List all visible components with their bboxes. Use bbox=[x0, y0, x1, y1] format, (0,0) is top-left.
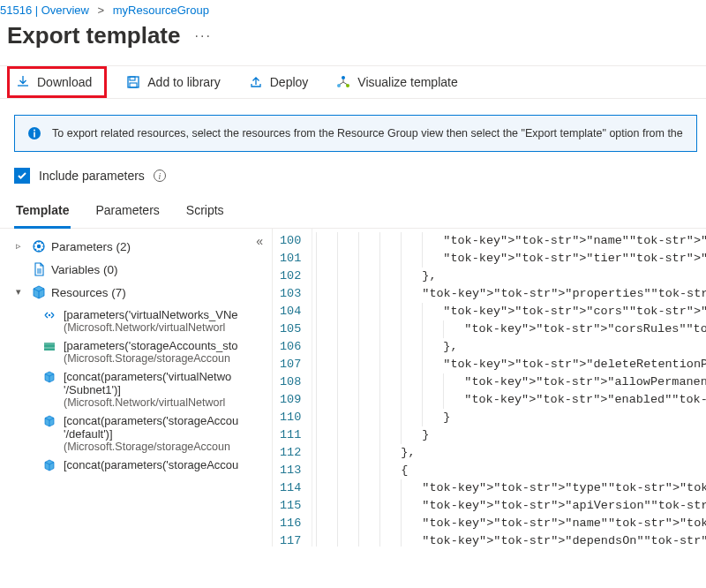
toolbar: Download Add to library Deploy Visualize… bbox=[0, 65, 706, 99]
tree-resource-item[interactable]: [parameters('storageAccounts_sto(Microso… bbox=[35, 336, 272, 367]
code-line[interactable]: "tok-key">"tok-str">"type""tok-str">"tok… bbox=[316, 479, 706, 497]
upload-icon bbox=[249, 75, 263, 89]
cube-icon bbox=[42, 370, 56, 384]
code-line[interactable]: }, bbox=[316, 338, 706, 356]
tree-node-label: Variables (0) bbox=[51, 262, 118, 278]
code-line[interactable]: "tok-key">"tok-str">"corsRules""tok-str"… bbox=[316, 320, 706, 338]
storage-icon bbox=[42, 339, 56, 353]
include-parameters-checkbox[interactable] bbox=[14, 168, 30, 184]
tab-list: Template Parameters Scripts bbox=[0, 192, 706, 229]
line-number: 114 bbox=[280, 479, 301, 497]
collapse-panel-button[interactable]: « bbox=[256, 234, 263, 248]
code-line[interactable]: "tok-key">"tok-str">"cors""tok-str">"tok… bbox=[316, 303, 706, 320]
svg-rect-2 bbox=[130, 83, 137, 87]
code-line[interactable]: "tok-key">"tok-str">"properties""tok-str… bbox=[316, 285, 706, 303]
parameters-icon bbox=[32, 239, 46, 253]
svg-rect-8 bbox=[34, 132, 35, 138]
tree-resource-item[interactable]: [concat(parameters('storageAccou'/defaul… bbox=[35, 411, 272, 456]
tree-node-variables[interactable]: Variables (0) bbox=[16, 259, 272, 282]
chevron-right-icon: > bbox=[98, 4, 105, 17]
line-number: 117 bbox=[280, 532, 301, 547]
more-actions-button[interactable]: ··· bbox=[195, 28, 212, 44]
line-number: 108 bbox=[280, 373, 301, 391]
line-number: 101 bbox=[280, 250, 301, 268]
download-label: Download bbox=[37, 75, 92, 89]
add-to-library-button[interactable]: Add to library bbox=[117, 66, 229, 98]
tree-resource-item[interactable]: [concat(parameters('storageAccou bbox=[35, 456, 272, 475]
tab-parameters[interactable]: Parameters bbox=[94, 198, 161, 229]
line-number: 104 bbox=[280, 303, 301, 320]
resource-item-name: [parameters('virtualNetworks_VNe bbox=[64, 308, 238, 321]
visualize-template-button[interactable]: Visualize template bbox=[327, 66, 466, 98]
svg-rect-13 bbox=[44, 343, 55, 345]
line-number: 116 bbox=[280, 515, 301, 532]
download-button[interactable]: Download bbox=[7, 66, 107, 98]
chevron-down-icon: ▾ bbox=[16, 285, 26, 298]
resource-item-name: [concat(parameters('storageAccou bbox=[64, 458, 238, 471]
tab-template[interactable]: Template bbox=[14, 198, 71, 229]
code-line[interactable]: "tok-key">"tok-str">"name""tok-str">"tok… bbox=[316, 232, 706, 250]
cube-icon bbox=[42, 458, 56, 472]
line-number: 113 bbox=[280, 462, 301, 479]
download-icon bbox=[16, 75, 30, 89]
code-line[interactable]: "tok-key">"tok-str">"allowPermanentDelet… bbox=[316, 373, 706, 391]
resource-tree-panel: « ▹ Parameters (2) Variables (0) ▾ Resou… bbox=[0, 229, 272, 547]
deploy-button[interactable]: Deploy bbox=[240, 66, 318, 98]
resource-item-sub: '/Subnet1')] bbox=[64, 383, 231, 396]
svg-point-10 bbox=[37, 245, 41, 248]
include-parameters-label: Include parameters bbox=[39, 169, 145, 183]
breadcrumb-parent[interactable]: 51516 | Overview bbox=[0, 4, 89, 17]
resources-icon bbox=[32, 285, 46, 299]
svg-rect-14 bbox=[44, 347, 55, 348]
code-line[interactable]: "tok-key">"tok-str">"dependsOn""tok-str"… bbox=[316, 532, 706, 547]
vnet-icon bbox=[42, 308, 56, 322]
code-line[interactable]: { bbox=[316, 462, 706, 479]
code-content[interactable]: "tok-key">"tok-str">"name""tok-str">"tok… bbox=[312, 229, 706, 547]
code-line[interactable]: "tok-key">"tok-str">"name""tok-str">"tok… bbox=[316, 515, 706, 532]
line-number: 109 bbox=[280, 391, 301, 409]
info-hint-icon[interactable]: i bbox=[154, 170, 166, 182]
breadcrumb-current[interactable]: myResourceGroup bbox=[113, 4, 209, 17]
tree-node-resources[interactable]: ▾ Resources (7) bbox=[16, 282, 272, 305]
line-number: 111 bbox=[280, 426, 301, 444]
cube-icon bbox=[42, 414, 56, 428]
chevron-right-icon: ▹ bbox=[16, 239, 26, 253]
line-number: 102 bbox=[280, 268, 301, 285]
tree-resource-item[interactable]: [concat(parameters('virtualNetwo'/Subnet… bbox=[35, 367, 272, 411]
line-number: 115 bbox=[280, 497, 301, 515]
resource-item-type: (Microsoft.Network/virtualNetworl bbox=[64, 396, 231, 409]
line-number: 100 bbox=[280, 232, 301, 250]
code-line[interactable]: "tok-key">"tok-str">"deleteRetentionPoli… bbox=[316, 356, 706, 373]
variables-icon bbox=[32, 262, 46, 276]
code-line[interactable]: }, bbox=[316, 444, 706, 462]
svg-point-11 bbox=[49, 313, 50, 315]
tab-scripts[interactable]: Scripts bbox=[184, 198, 226, 229]
code-line[interactable]: } bbox=[316, 409, 706, 426]
tree-node-label: Resources (7) bbox=[51, 285, 126, 301]
info-icon bbox=[27, 126, 41, 140]
resource-item-sub: (Microsoft.Network/virtualNetworl bbox=[64, 321, 238, 334]
deploy-label: Deploy bbox=[270, 75, 309, 89]
line-number: 105 bbox=[280, 320, 301, 338]
code-line[interactable]: }, bbox=[316, 268, 706, 285]
svg-point-3 bbox=[342, 76, 345, 79]
tree-node-label: Parameters (2) bbox=[51, 239, 131, 255]
code-line[interactable]: "tok-key">"tok-str">"enabled""tok-str">"… bbox=[316, 391, 706, 409]
add-to-library-label: Add to library bbox=[147, 75, 220, 89]
page-title: Export template bbox=[7, 22, 181, 49]
code-line[interactable]: } bbox=[316, 426, 706, 444]
code-editor[interactable]: 1001011021031041051061071081091101111121… bbox=[272, 229, 706, 547]
tree-node-parameters[interactable]: ▹ Parameters (2) bbox=[16, 236, 272, 259]
info-banner: To export related resources, select the … bbox=[14, 115, 697, 152]
visualize-label: Visualize template bbox=[357, 75, 457, 89]
line-number: 107 bbox=[280, 356, 301, 373]
code-line[interactable]: "tok-key">"tok-str">"tier""tok-str">"tok… bbox=[316, 250, 706, 268]
visualize-icon bbox=[336, 75, 350, 89]
line-number: 106 bbox=[280, 338, 301, 356]
code-line[interactable]: "tok-key">"tok-str">"apiVersion""tok-str… bbox=[316, 497, 706, 515]
resource-item-name: [parameters('storageAccounts_sto bbox=[64, 339, 238, 352]
resource-item-name: [concat(parameters('storageAccou bbox=[64, 414, 238, 427]
resource-item-name: [concat(parameters('virtualNetwo bbox=[64, 370, 231, 383]
tree-resource-item[interactable]: [parameters('virtualNetworks_VNe(Microso… bbox=[35, 305, 272, 336]
resource-item-sub: (Microsoft.Storage/storageAccoun bbox=[64, 352, 238, 365]
